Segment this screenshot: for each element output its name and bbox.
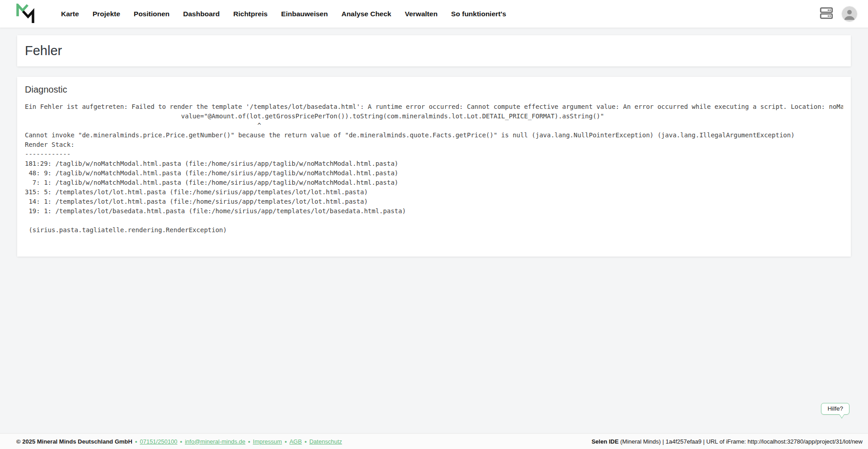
main-content: Fehler Diagnostic Ein Fehler ist aufgetr… bbox=[0, 35, 868, 257]
user-avatar[interactable] bbox=[842, 6, 857, 22]
nav-item-analyse-check[interactable]: Analyse Check bbox=[335, 6, 398, 22]
footer-link-email[interactable]: info@mineral-minds.de bbox=[185, 438, 245, 445]
page-title: Fehler bbox=[25, 43, 62, 58]
nav-right-actions bbox=[819, 6, 857, 22]
help-button[interactable]: Hilfe? bbox=[821, 403, 849, 415]
nav-item-richtpreis[interactable]: Richtpreis bbox=[226, 6, 274, 22]
server-dns-icon[interactable] bbox=[819, 7, 834, 21]
footer-debug-info: Selen IDE (Mineral Minds) | 1a4f257efaa9… bbox=[591, 438, 863, 445]
footer-link-phone[interactable]: 07151/250100 bbox=[140, 438, 177, 445]
footer-separator: • bbox=[135, 438, 137, 445]
nav-item-einbauweisen[interactable]: Einbauweisen bbox=[274, 6, 335, 22]
copyright-text: © 2025 Mineral Minds Deutschland GmbH bbox=[16, 438, 132, 445]
error-stack-trace: Ein Fehler ist aufgetreten: Failed to re… bbox=[25, 102, 843, 235]
footer-iframe-url: (Mineral Minds) | 1a4f257efaa9 | URL of … bbox=[618, 438, 863, 445]
footer-link-datenschutz[interactable]: Datenschutz bbox=[309, 438, 342, 445]
footer: © 2025 Mineral Minds Deutschland GmbH • … bbox=[0, 433, 868, 449]
main-menu: Karte Projekte Positionen Dashboard Rich… bbox=[54, 6, 513, 22]
top-navigation-bar: Karte Projekte Positionen Dashboard Rich… bbox=[0, 0, 868, 28]
mineral-minds-logo-icon[interactable] bbox=[15, 4, 35, 24]
footer-separator: • bbox=[305, 438, 307, 445]
nav-item-so-funktionierts[interactable]: So funktioniert's bbox=[444, 6, 513, 22]
nav-item-projekte[interactable]: Projekte bbox=[86, 6, 127, 22]
diagnostic-card: Diagnostic Ein Fehler ist aufgetreten: F… bbox=[17, 77, 851, 257]
diagnostic-heading: Diagnostic bbox=[25, 84, 843, 95]
footer-separator: • bbox=[285, 438, 287, 445]
footer-left: © 2025 Mineral Minds Deutschland GmbH • … bbox=[16, 438, 342, 445]
nav-item-verwalten[interactable]: Verwalten bbox=[398, 6, 444, 22]
footer-separator: • bbox=[248, 438, 250, 445]
footer-link-impressum[interactable]: Impressum bbox=[253, 438, 282, 445]
nav-item-karte[interactable]: Karte bbox=[54, 6, 86, 22]
footer-ide-name: Selen IDE bbox=[591, 438, 618, 445]
error-title-card: Fehler bbox=[17, 35, 851, 66]
help-button-label: Hilfe? bbox=[827, 405, 843, 412]
nav-item-dashboard[interactable]: Dashboard bbox=[176, 6, 226, 22]
footer-link-agb[interactable]: AGB bbox=[289, 438, 302, 445]
nav-item-positionen[interactable]: Positionen bbox=[127, 6, 176, 22]
footer-separator: • bbox=[180, 438, 182, 445]
